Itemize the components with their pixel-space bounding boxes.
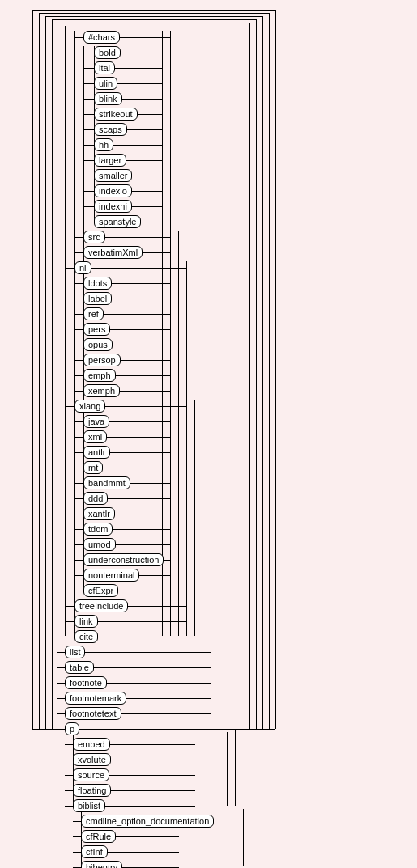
node-table: table xyxy=(65,661,94,674)
node-tdom: tdom xyxy=(83,523,113,536)
node-nonterminal: nonterminal xyxy=(83,569,139,582)
node-chars: #chars xyxy=(83,31,120,44)
node-embed: embed xyxy=(73,738,110,751)
node-p: p xyxy=(65,722,79,735)
node-cite: cite xyxy=(74,630,98,643)
node-link: link xyxy=(74,615,98,628)
node-ref: ref xyxy=(83,307,104,320)
node-blink: blink xyxy=(94,92,122,105)
node-label: label xyxy=(83,292,112,305)
node-cfrule: cfRule xyxy=(81,830,116,843)
node-indexhi: indexhi xyxy=(94,200,132,213)
node-mt: mt xyxy=(83,461,103,474)
node-bibentry: bibentry xyxy=(81,861,122,868)
node-spanstyle: spanstyle xyxy=(94,215,141,228)
node-xml: xml xyxy=(83,430,107,443)
node-floating: floating xyxy=(73,784,111,797)
node-larger: larger xyxy=(94,154,126,167)
node-footnotemark: footnotemark xyxy=(65,692,126,705)
node-cfinf: cfInf xyxy=(81,845,108,858)
node-bold: bold xyxy=(94,46,121,59)
node-underconstruction: underconstruction xyxy=(83,553,164,566)
node-verbatimxml: verbatimXml xyxy=(83,246,143,259)
node-umod: umod xyxy=(83,538,116,551)
node-footnote: footnote xyxy=(65,676,107,689)
node-indexlo: indexlo xyxy=(94,184,132,197)
node-source: source xyxy=(73,768,109,781)
node-java: java xyxy=(83,415,109,428)
node-opus: opus xyxy=(83,338,113,351)
node-list: list xyxy=(65,646,85,658)
node-persop: persop xyxy=(83,354,121,366)
node-ital: ital xyxy=(94,61,115,74)
node-footnotetext: footnotetext xyxy=(65,707,121,720)
node-xlang: xlang xyxy=(74,400,105,413)
node-hh: hh xyxy=(94,138,113,151)
node-ldots: ldots xyxy=(83,277,112,290)
node-antlr: antlr xyxy=(83,446,110,459)
node-pers: pers xyxy=(83,323,110,336)
node-smaller: smaller xyxy=(94,169,132,182)
node-biblist: biblist xyxy=(73,799,105,812)
node-strikeout: strikeout xyxy=(94,108,138,121)
node-src: src xyxy=(83,231,105,243)
node-xemph: xemph xyxy=(83,384,120,397)
node-scaps: scaps xyxy=(94,123,127,136)
node-treeinclude: treeInclude xyxy=(74,599,128,612)
node-cfexpr: cfExpr xyxy=(83,584,118,597)
node-ulin: ulin xyxy=(94,77,117,90)
node-nl: nl xyxy=(74,261,91,274)
node-emph: emph xyxy=(83,369,116,382)
node-xantlr: xantlr xyxy=(83,507,115,520)
node-ddd: ddd xyxy=(83,492,108,505)
node-xvolute: xvolute xyxy=(73,753,111,766)
node-cmdline: cmdline_option_documentation xyxy=(81,815,214,828)
node-bandmmt: bandmmt xyxy=(83,476,130,489)
